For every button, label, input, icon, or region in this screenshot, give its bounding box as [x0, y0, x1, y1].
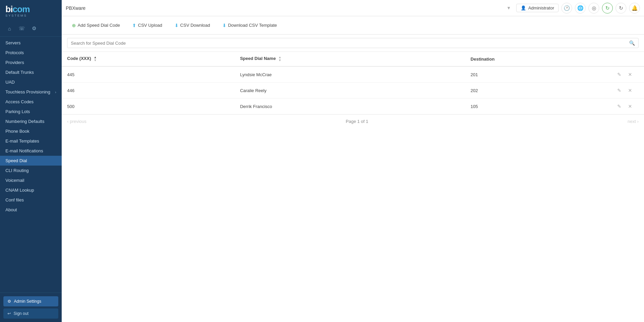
cell-actions: ✎✕	[609, 83, 644, 99]
signout-icon: ↩	[7, 311, 11, 316]
table-area: Code (XXX) ▲▼ Speed Dial Name ▲▼ Destina…	[62, 52, 644, 322]
bell-icon-btn[interactable]: 🔔	[629, 3, 640, 14]
actionbar: ⊕ Add Speed Dial Code ⬆ CSV Upload ⬇ CSV…	[62, 16, 644, 35]
sidebar-item-email-notifications[interactable]: E-mail Notifications	[0, 146, 62, 156]
sidebar-item-voicemail[interactable]: Voicemail	[0, 175, 62, 185]
sidebar-item-touchless-provisioning[interactable]: Touchless Provisioning›	[0, 87, 62, 97]
sidebar-item-cli-routing[interactable]: CLI Routing	[0, 166, 62, 175]
clock-icon-btn[interactable]: 🕐	[561, 3, 572, 14]
download-icon: ⬇	[175, 23, 179, 28]
sidebar-item-protocols[interactable]: Protocols	[0, 48, 62, 58]
add-speed-dial-label: Add Speed Dial Code	[78, 23, 120, 28]
pagination: ‹ previous Page 1 of 1 next ›	[62, 114, 644, 128]
sidebar-item-access-codes[interactable]: Access Codes	[0, 97, 62, 107]
sidebar-item-label-email-templates: E-mail Templates	[5, 138, 39, 144]
csv-download-button[interactable]: ⬇ CSV Download	[170, 21, 215, 30]
sidebar-item-label-access-codes: Access Codes	[5, 99, 34, 104]
sidebar-item-uad[interactable]: UAD	[0, 77, 62, 87]
search-wrap: 🔍	[67, 38, 639, 48]
previous-button[interactable]: ‹ previous	[67, 119, 86, 124]
cell-destination: 201	[465, 66, 609, 83]
sidebar-item-parking-lots[interactable]: Parking Lots	[0, 107, 62, 116]
table-row: 500Derrik Francisco105✎✕	[62, 99, 644, 114]
logo-area: bicom SYSTEMS	[0, 0, 62, 21]
sidebar-item-label-cli-routing: CLI Routing	[5, 168, 29, 173]
code-sort-icons: ▲▼	[94, 56, 97, 62]
home-icon-btn[interactable]: ⌂	[3, 23, 16, 34]
user-icon: 👤	[521, 5, 526, 10]
sign-out-button[interactable]: ↩ Sign out	[3, 308, 58, 319]
logo-subtitle: SYSTEMS	[5, 14, 56, 17]
sidebar-item-conf-files[interactable]: Conf files	[0, 195, 62, 205]
admin-button[interactable]: 👤 Administrator	[516, 4, 559, 12]
col-destination-label: Destination	[470, 57, 495, 62]
sidebar-item-numbering-defaults[interactable]: Numbering Defaults	[0, 116, 62, 126]
table-row: 446Caralie Reely202✎✕	[62, 83, 644, 99]
delete-row-button[interactable]: ✕	[626, 102, 635, 111]
cell-name: Derrik Francisco	[235, 99, 465, 114]
csv-upload-label: CSV Upload	[138, 23, 162, 28]
sidebar-item-label-speed-dial: Speed Dial	[5, 158, 27, 163]
sidebar: bicom SYSTEMS ⌂ ☏ ⚙ ServersProtocolsProv…	[0, 0, 62, 322]
chevron-right-icon: ›	[55, 90, 56, 94]
sidebar-item-servers[interactable]: Servers	[0, 38, 62, 48]
sidebar-item-cnam-lookup[interactable]: CNAM Lookup	[0, 185, 62, 195]
template-download-icon: ⬇	[222, 23, 226, 28]
delete-row-button[interactable]: ✕	[626, 70, 635, 79]
cell-code: 500	[62, 99, 235, 114]
gear-small-icon: ⚙	[7, 299, 11, 304]
table-body: 445Lyndsie McCrae201✎✕446Caralie Reely20…	[62, 66, 644, 114]
sidebar-item-label-phone-book: Phone Book	[5, 129, 29, 134]
sidebar-icon-bar: ⌂ ☏ ⚙	[0, 21, 62, 37]
searchbar: 🔍	[62, 35, 644, 52]
sidebar-item-label-email-notifications: E-mail Notifications	[5, 148, 43, 153]
logo: bicom	[5, 5, 56, 14]
col-code[interactable]: Code (XXX) ▲▼	[62, 52, 235, 66]
admin-settings-button[interactable]: ⚙ Admin Settings	[3, 296, 58, 306]
next-button[interactable]: next ›	[627, 119, 639, 124]
refresh-green-icon-btn[interactable]: ↻	[602, 3, 613, 14]
add-icon: ⊕	[72, 23, 76, 28]
search-input[interactable]	[71, 41, 629, 46]
csv-download-label: CSV Download	[180, 23, 210, 28]
sidebar-item-label-providers: Providers	[5, 60, 24, 65]
network-icon-btn[interactable]: ◎	[588, 3, 599, 14]
sidebar-item-speed-dial[interactable]: Speed Dial	[0, 156, 62, 166]
csv-upload-button[interactable]: ⬆ CSV Upload	[127, 21, 167, 30]
admin-label: Administrator	[528, 5, 554, 10]
cell-destination: 202	[465, 83, 609, 99]
main-content: PBXware ▼ 👤 Administrator 🕐 🌐 ◎ ↻ ↻ 🔔 ⊕ …	[62, 0, 644, 322]
edit-row-button[interactable]: ✎	[615, 70, 624, 79]
upload-icon: ⬆	[132, 23, 136, 28]
sign-out-label: Sign out	[14, 311, 28, 316]
sidebar-item-label-default-trunks: Default Trunks	[5, 70, 34, 75]
sidebar-item-email-templates[interactable]: E-mail Templates	[0, 136, 62, 146]
pbxware-select[interactable]: PBXware	[66, 5, 504, 11]
sidebar-item-phone-book[interactable]: Phone Book	[0, 126, 62, 136]
sidebar-item-label-conf-files: Conf files	[5, 197, 24, 202]
col-name[interactable]: Speed Dial Name ▲▼	[235, 52, 465, 66]
add-speed-dial-button[interactable]: ⊕ Add Speed Dial Code	[67, 21, 125, 30]
globe-icon-btn[interactable]: 🌐	[575, 3, 586, 14]
sidebar-item-label-parking-lots: Parking Lots	[5, 109, 30, 114]
download-template-label: Download CSV Template	[228, 23, 277, 28]
sidebar-item-about[interactable]: About	[0, 205, 62, 215]
headset-icon-btn[interactable]: ☏	[16, 23, 28, 34]
edit-row-button[interactable]: ✎	[615, 86, 624, 95]
admin-settings-label: Admin Settings	[14, 299, 41, 304]
download-template-button[interactable]: ⬇ Download CSV Template	[218, 21, 282, 30]
sidebar-item-label-protocols: Protocols	[5, 50, 24, 55]
delete-row-button[interactable]: ✕	[626, 86, 635, 95]
col-code-label: Code (XXX)	[67, 56, 91, 61]
sidebar-item-default-trunks[interactable]: Default Trunks	[0, 67, 62, 77]
refresh-icon-btn[interactable]: ↻	[616, 3, 626, 14]
sidebar-item-label-uad: UAD	[5, 80, 15, 85]
name-sort-icons: ▲▼	[278, 56, 281, 62]
sidebar-item-label-about: About	[5, 207, 17, 212]
cell-actions: ✎✕	[609, 66, 644, 83]
table-row: 445Lyndsie McCrae201✎✕	[62, 66, 644, 83]
gear-icon-btn[interactable]: ⚙	[28, 23, 40, 34]
sidebar-item-label-voicemail: Voicemail	[5, 178, 24, 183]
sidebar-item-providers[interactable]: Providers	[0, 58, 62, 67]
edit-row-button[interactable]: ✎	[615, 102, 624, 111]
